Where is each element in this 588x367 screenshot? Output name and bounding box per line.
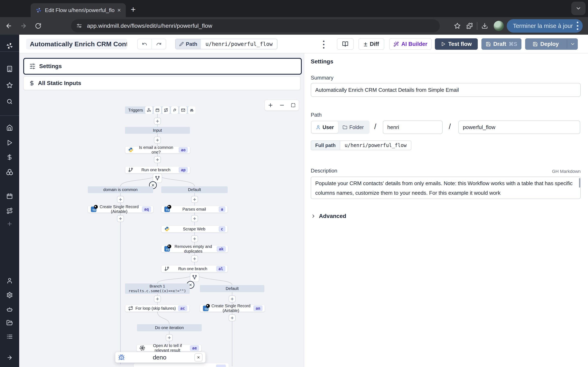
- step-label: Open AI to tell if relevant result: [145, 343, 190, 353]
- flow-settings-card[interactable]: Settings: [23, 58, 302, 75]
- sidebar-divider: [0, 115, 19, 116]
- chrome-menu-kebab-icon[interactable]: •••: [576, 21, 579, 31]
- branch-bar-default-1[interactable]: Default: [161, 186, 228, 193]
- sidebar-routes-icon[interactable]: [6, 208, 13, 214]
- add-step-button[interactable]: +: [154, 137, 161, 143]
- sidebar-schedules-icon[interactable]: [6, 193, 13, 200]
- add-step-button[interactable]: +: [117, 215, 124, 222]
- add-step-button[interactable]: +: [191, 215, 198, 222]
- step-node-parses-email[interactable]: TS Parses email a: [161, 206, 228, 213]
- step-node-openai[interactable]: Open AI to tell if relevant result ae: [137, 345, 201, 351]
- extensions-icon[interactable]: [466, 23, 473, 29]
- step-node-run-one-branch-1[interactable]: Run one branch ap: [125, 166, 190, 173]
- sidebar-expand-icon[interactable]: [7, 355, 13, 361]
- add-step-button[interactable]: +: [191, 196, 198, 203]
- advanced-section-toggle[interactable]: Advanced: [311, 213, 346, 219]
- sidebar-logs-icon[interactable]: [6, 333, 13, 340]
- close-icon[interactable]: ×: [194, 353, 203, 361]
- sidebar-workers-icon[interactable]: [6, 306, 13, 313]
- windmill-logo-icon[interactable]: [6, 42, 13, 50]
- do-one-iteration-bar[interactable]: Do one iteration: [137, 324, 202, 331]
- summary-input[interactable]: [311, 83, 581, 97]
- back-button[interactable]: [3, 20, 15, 32]
- chevron-right-icon: [311, 213, 316, 219]
- add-step-button[interactable]: +: [154, 156, 161, 163]
- bookmark-star-icon[interactable]: [454, 23, 461, 29]
- branch-bar-branch-1[interactable]: Branch 1 results.c.some((x)=>x!=""): [125, 284, 190, 294]
- reload-button[interactable]: [32, 20, 44, 32]
- partial-step-node[interactable]: [134, 363, 229, 367]
- folder-toggle-option[interactable]: Folder: [338, 121, 368, 133]
- sidebar-add-icon[interactable]: [7, 221, 13, 227]
- deploy-button[interactable]: Deploy: [525, 38, 578, 50]
- redo-button[interactable]: [152, 39, 166, 49]
- zoom-in-icon[interactable]: [268, 102, 273, 108]
- sidebar-variables-icon[interactable]: [6, 154, 13, 160]
- diff-button[interactable]: ± Diff: [359, 38, 384, 50]
- input-node[interactable]: Input: [125, 127, 190, 134]
- sidebar-search-icon[interactable]: [6, 98, 13, 105]
- profile-avatar[interactable]: [494, 21, 504, 31]
- add-step-button[interactable]: +: [154, 295, 161, 302]
- url-bar[interactable]: app.windmill.dev/flows/edit/u/henri/powe…: [71, 19, 440, 33]
- sidebar-users-icon[interactable]: [6, 277, 13, 284]
- add-step-button[interactable]: +: [166, 334, 173, 341]
- add-step-button[interactable]: +: [117, 196, 124, 203]
- docs-button[interactable]: [337, 38, 354, 50]
- zoom-out-icon[interactable]: [279, 102, 285, 108]
- path-name-input[interactable]: [458, 120, 580, 134]
- flow-title-input[interactable]: Automatically Enrich CRM Contact: [26, 39, 127, 49]
- more-options-kebab-icon[interactable]: •••: [323, 40, 325, 49]
- tab-close-icon[interactable]: ×: [116, 7, 122, 13]
- add-step-button[interactable]: +: [191, 255, 198, 262]
- path-chip[interactable]: Path u/henri/powerful_flow: [175, 39, 277, 49]
- sidebar-workspace-icon[interactable]: [6, 66, 13, 72]
- test-flow-button[interactable]: Test flow: [435, 38, 478, 50]
- webhook-trigger-icon[interactable]: [145, 106, 153, 114]
- step-node-is-email[interactable]: Is email a common one? ao: [125, 146, 190, 153]
- step-node-run-one-branch-2[interactable]: Run one branch al: [161, 265, 228, 272]
- download-icon[interactable]: [481, 23, 488, 29]
- step-node-create-record-2[interactable]: TS Create Single Record (Airtable) an: [200, 305, 265, 312]
- schedule-trigger-icon[interactable]: [154, 106, 161, 114]
- new-tab-button[interactable]: +: [131, 5, 136, 14]
- sidebar-folders-icon[interactable]: [6, 319, 13, 326]
- poll-trigger-icon[interactable]: [188, 106, 195, 114]
- draft-button[interactable]: Draft ⌘S: [481, 38, 521, 50]
- ai-builder-button[interactable]: AI Builder: [389, 38, 432, 50]
- tab-search-button[interactable]: [571, 2, 586, 15]
- deploy-dropdown-button[interactable]: [570, 42, 575, 47]
- step-node-scrape-web[interactable]: Scrape Web c: [161, 225, 228, 233]
- description-textarea[interactable]: Populate your CRM contacts' details from…: [311, 176, 581, 199]
- sidebar-favorites-icon[interactable]: [6, 82, 13, 89]
- typescript-deno-icon: TS: [164, 246, 170, 252]
- sidebar-home-icon[interactable]: [6, 124, 13, 131]
- path-owner-input[interactable]: [383, 120, 443, 134]
- step-node-for-loop[interactable]: For loop (skip failures) ac: [125, 305, 190, 312]
- step-node-create-record-1[interactable]: TS Create Single Record (Airtable) aq: [88, 206, 153, 213]
- forward-button[interactable]: [17, 20, 29, 32]
- branch-bar-domain-is-common[interactable]: domain is common: [88, 186, 153, 193]
- all-static-inputs-card[interactable]: All Static Inputs: [23, 76, 301, 90]
- add-branch-button[interactable]: [190, 273, 199, 282]
- chrome-update-button[interactable]: Terminer la mise à jour •••: [507, 19, 583, 33]
- step-node-removes-duplicates[interactable]: TS Removes empty and duplicates ak: [161, 245, 228, 252]
- add-step-button[interactable]: +: [191, 235, 198, 242]
- branch-bar-default-2[interactable]: Default: [200, 285, 264, 292]
- websocket-trigger-icon[interactable]: [171, 106, 178, 114]
- sidebar-resources-icon[interactable]: [6, 169, 13, 175]
- email-trigger-icon[interactable]: [180, 106, 187, 114]
- add-step-button[interactable]: +: [154, 118, 161, 125]
- triggers-bar[interactable]: Triggers: [125, 106, 190, 114]
- browser-tab[interactable]: Edit Flow u/henri/powerful_flo ×: [31, 3, 126, 17]
- add-step-button[interactable]: +: [229, 295, 236, 302]
- route-trigger-icon[interactable]: [162, 106, 170, 114]
- site-settings-icon[interactable]: [76, 23, 82, 29]
- fit-view-icon[interactable]: [291, 103, 296, 108]
- textarea-scrollbar[interactable]: [579, 178, 580, 188]
- user-toggle-option[interactable]: User: [311, 121, 338, 133]
- add-step-button[interactable]: +: [229, 314, 236, 321]
- sidebar-runs-icon[interactable]: [6, 140, 13, 146]
- undo-button[interactable]: [138, 39, 152, 49]
- sidebar-settings-icon[interactable]: [6, 292, 13, 298]
